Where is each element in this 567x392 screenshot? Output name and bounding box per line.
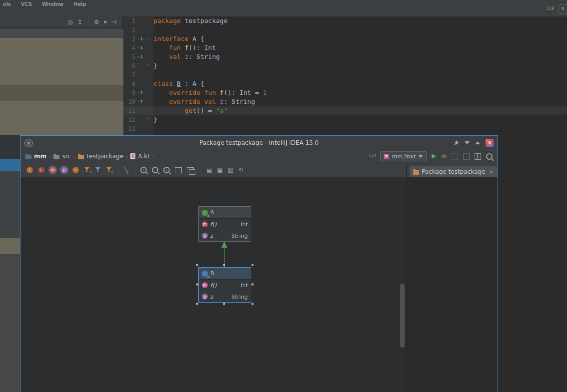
uml-node-header[interactable]: KB xyxy=(199,268,251,280)
selection-handle[interactable] xyxy=(251,264,254,266)
hide-panel-icon[interactable]: ⊣ xyxy=(111,19,116,25)
code-token xyxy=(181,44,185,51)
pin-icon[interactable] xyxy=(453,140,459,146)
selection-handle[interactable] xyxy=(251,283,254,286)
uml-node-b[interactable]: KBmf()intpzString xyxy=(198,267,251,303)
code-line[interactable]: override val z: String xyxy=(153,97,567,106)
tab-close-icon[interactable]: × xyxy=(489,169,494,175)
scope-filter-icon[interactable] xyxy=(95,167,101,173)
show-properties-icon[interactable]: p xyxy=(61,167,67,173)
run-icon[interactable] xyxy=(432,154,436,159)
gear-dropdown-arrow-icon[interactable]: ▾ xyxy=(104,19,107,25)
code-line[interactable]: } xyxy=(153,61,567,70)
code-line[interactable]: class B : A { xyxy=(153,79,567,88)
code-line[interactable]: interface A { xyxy=(153,34,567,43)
diagram-canvas[interactable]: KAmf()intpzStringKBmf()intpzString xyxy=(20,177,406,392)
show-constructors-icon[interactable]: c xyxy=(38,167,44,173)
code-token: testpackage xyxy=(181,17,228,24)
selection-handle[interactable] xyxy=(196,303,198,305)
line-number: 1 xyxy=(123,17,135,24)
code-line[interactable] xyxy=(153,124,567,133)
gutter-row: 9•↑ xyxy=(123,88,153,97)
code-line[interactable]: package testpackage xyxy=(153,16,567,25)
editor-code-area[interactable]: package testpackageinterface A { fun f()… xyxy=(153,16,567,135)
profiler-icon[interactable] xyxy=(463,153,470,160)
menu-item-ols[interactable]: ols xyxy=(3,1,11,7)
settings-gear-icon[interactable]: ⚙ xyxy=(94,19,99,25)
tab-package-testpackage[interactable]: Package testpackage × xyxy=(410,166,497,177)
sort-numbers-icon[interactable]: 1↓9 xyxy=(369,154,376,159)
fold-marker-icon[interactable]: ^ xyxy=(145,63,152,69)
vertical-scrollbar-thumb[interactable] xyxy=(400,284,405,348)
search-icon[interactable] xyxy=(486,153,493,160)
fold-marker-icon[interactable]: − xyxy=(145,81,152,87)
refresh-icon[interactable]: ↻ xyxy=(238,167,243,173)
remove-filter-icon[interactable]: × xyxy=(106,167,112,173)
window-title-bar[interactable]: × Package testpackage - IntelliJ IDEA 15… xyxy=(20,136,498,150)
code-editor[interactable]: 123•↓−4•↓5•↓6^78−9•↑10•↑1112^13 package … xyxy=(123,16,567,135)
code-line[interactable]: fun f(): Int xyxy=(153,43,567,52)
sort-numbers-icon[interactable]: 1↓9 xyxy=(547,6,554,11)
zoom-out-icon[interactable]: − xyxy=(152,167,158,173)
show-fields-icon[interactable]: f xyxy=(26,167,33,173)
fit-content-icon[interactable] xyxy=(175,167,182,173)
code-token: "a" xyxy=(216,107,227,114)
close-icon[interactable]: × xyxy=(24,139,33,147)
code-line[interactable]: get() = "a" xyxy=(153,106,567,115)
implemented-marker-icon[interactable]: •↓ xyxy=(135,45,145,51)
show-methods-icon[interactable]: m xyxy=(49,167,56,173)
fold-marker-icon[interactable]: − xyxy=(145,36,152,42)
code-line[interactable]: } xyxy=(153,115,567,124)
kotlin-badge: K xyxy=(207,275,210,279)
code-line[interactable] xyxy=(153,25,567,34)
selection-handle[interactable] xyxy=(251,303,254,305)
code-line[interactable] xyxy=(153,70,567,79)
menu-item-vcs[interactable]: VCS xyxy=(21,1,32,7)
export-image-icon[interactable]: ▤ xyxy=(206,167,212,173)
code-line[interactable]: override fun f(): Int = 1 xyxy=(153,88,567,97)
uml-member-row[interactable]: mf()int xyxy=(199,219,251,230)
abstract-method-icon: m xyxy=(202,221,208,227)
debug-icon[interactable] xyxy=(441,154,447,158)
run-config-partial-icon[interactable]: R xyxy=(559,4,567,13)
selection-handle[interactable] xyxy=(196,283,198,286)
implemented-marker-icon[interactable]: •↓ xyxy=(135,54,145,60)
locate-source-icon[interactable]: ◎ xyxy=(67,19,72,25)
apply-layout-icon[interactable] xyxy=(187,167,194,173)
uml-node-a[interactable]: KAmf()intpzString xyxy=(198,206,251,242)
run-config-kotlin-icon: K xyxy=(384,154,389,159)
uml-node-header[interactable]: KA xyxy=(199,207,251,219)
zoom-in-icon[interactable]: + xyxy=(140,167,147,173)
menu-item-help[interactable]: Help xyxy=(73,1,86,7)
overrides-marker-icon[interactable]: •↑ xyxy=(135,90,145,96)
collapse-all-icon[interactable]: ↥ xyxy=(77,19,82,25)
show-inner-classes-icon[interactable]: i xyxy=(72,167,79,173)
gutter-row: 3•↓− xyxy=(123,34,153,43)
code-token xyxy=(153,89,169,96)
menu-item-window[interactable]: Window xyxy=(42,1,63,7)
visibility-filter-icon[interactable]: • xyxy=(84,167,90,173)
breadcrumb-item-testpackage[interactable]: testpackage xyxy=(78,153,123,160)
breadcrumb-item-src[interactable]: src xyxy=(53,153,71,160)
breadcrumb-item-a.kt[interactable]: KA.kt xyxy=(130,153,149,160)
print-preview-icon[interactable]: ▥ xyxy=(228,167,233,173)
run-configuration-select[interactable]: K mm.Yokt xyxy=(380,151,427,161)
layout-grid-icon[interactable] xyxy=(475,153,481,160)
chevron-down-icon[interactable] xyxy=(465,141,470,144)
chevron-up-icon[interactable] xyxy=(475,141,480,144)
implemented-marker-icon[interactable]: •↓ xyxy=(135,36,145,42)
actual-size-icon[interactable]: 1 xyxy=(163,167,170,173)
show-dependencies-icon[interactable]: ╲ xyxy=(124,167,128,174)
selection-handle[interactable] xyxy=(223,264,225,266)
code-line[interactable]: val z: String xyxy=(153,52,567,61)
fold-marker-icon[interactable]: ^ xyxy=(145,117,152,123)
print-icon[interactable]: ▦ xyxy=(217,167,223,173)
uml-member-row[interactable]: mf()int xyxy=(199,280,251,291)
uml-member-row[interactable]: pzString xyxy=(199,230,251,241)
breadcrumb-item-mm[interactable]: mm xyxy=(25,153,46,160)
uml-member-row[interactable]: pzString xyxy=(199,291,251,302)
coverage-icon[interactable] xyxy=(452,153,458,160)
overrides-marker-icon[interactable]: •↑ xyxy=(135,99,145,105)
selection-handle[interactable] xyxy=(196,264,198,266)
selection-handle[interactable] xyxy=(223,303,225,305)
